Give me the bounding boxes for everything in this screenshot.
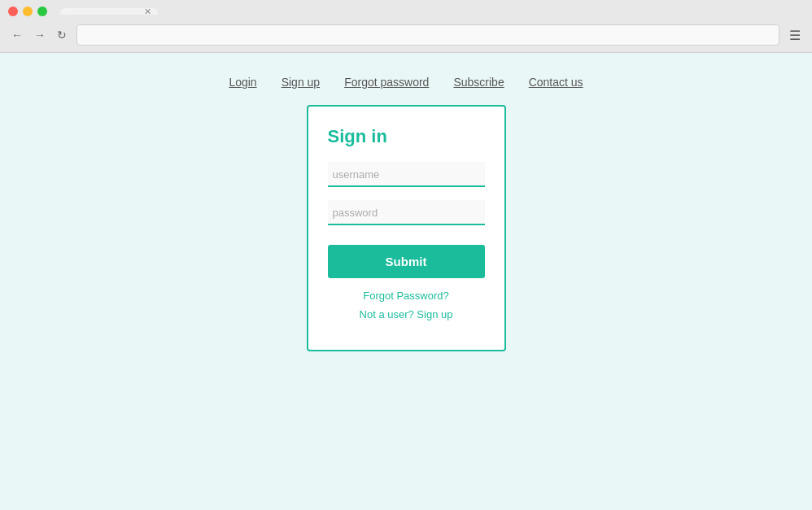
reload-button[interactable]: ↻ <box>54 27 70 43</box>
nav-forgot-password[interactable]: Forgot password <box>344 76 429 89</box>
browser-toolbar: ← → ↻ ☰ <box>0 21 812 52</box>
browser-titlebar: ✕ <box>0 0 812 21</box>
nav-subscribe[interactable]: Subscribe <box>453 76 504 89</box>
traffic-lights <box>8 7 47 16</box>
nav-signup[interactable]: Sign up <box>282 76 320 89</box>
nav-contact-us[interactable]: Contact us <box>529 76 583 89</box>
forgot-password-link[interactable]: Forgot Password? <box>328 290 485 302</box>
browser-tab[interactable]: ✕ <box>60 8 158 15</box>
signin-card: Sign in Submit Forgot Password? Not a us… <box>307 105 506 351</box>
signin-title: Sign in <box>328 126 485 147</box>
nav-login[interactable]: Login <box>229 76 256 89</box>
username-group <box>328 162 485 187</box>
signup-link[interactable]: Not a user? Sign up <box>328 308 485 320</box>
back-button[interactable]: ← <box>8 27 26 43</box>
browser-chrome: ✕ ← → ↻ ☰ <box>0 0 812 53</box>
minimize-button[interactable] <box>23 7 33 16</box>
password-group <box>328 200 485 225</box>
nav-buttons: ← → ↻ <box>8 27 70 43</box>
address-bar[interactable] <box>76 24 779 46</box>
navigation: Login Sign up Forgot password Subscribe … <box>229 53 583 105</box>
forward-button[interactable]: → <box>31 27 49 43</box>
close-button[interactable] <box>8 7 18 16</box>
username-input[interactable] <box>328 162 485 187</box>
page-content: Login Sign up Forgot password Subscribe … <box>0 53 812 510</box>
password-input[interactable] <box>328 200 485 225</box>
tab-close-icon[interactable]: ✕ <box>144 7 151 17</box>
maximize-button[interactable] <box>37 7 47 16</box>
submit-button[interactable]: Submit <box>328 245 485 278</box>
menu-button[interactable]: ☰ <box>786 26 804 45</box>
